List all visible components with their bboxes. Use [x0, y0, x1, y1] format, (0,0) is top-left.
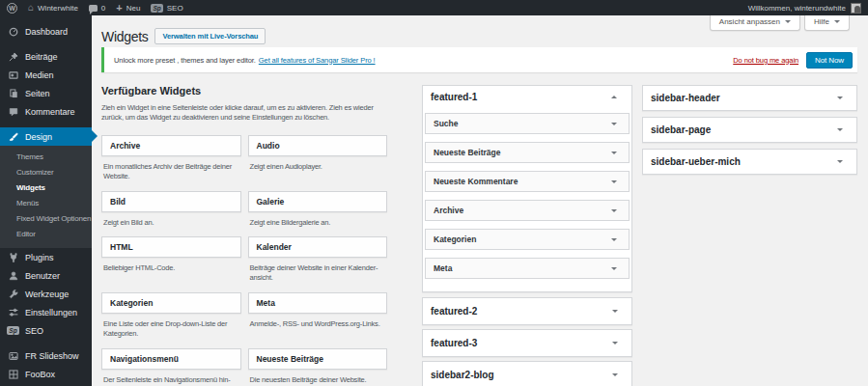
sliders-icon [8, 307, 18, 317]
sidebar-panel-sidebar-page[interactable]: sidebar-page [642, 117, 857, 143]
widget-card-navigationsmenu: Navigationsmenü Der Seitenleiste ein Nav… [101, 348, 241, 386]
sidebar-item-posts[interactable]: Beiträge [0, 47, 92, 66]
sidebar-item-fr-slideshow[interactable]: FR Slideshow [0, 346, 92, 365]
pin-icon [8, 51, 18, 62]
sidebar-item-comments[interactable]: Kommentare [0, 102, 92, 121]
user-icon [8, 270, 18, 281]
submenu-item-menus[interactable]: Menüs [0, 196, 92, 211]
comment-icon [89, 5, 98, 12]
submenu-item-editor[interactable]: Editor [0, 227, 92, 242]
widget-archive[interactable]: Archive [425, 200, 630, 221]
notice-banner: Unlock more preset , themes and layer ed… [101, 47, 857, 72]
widget-card-archive: Archive Ein monatliches Archiv der Beitr… [101, 135, 241, 181]
sidebar-panel-sidebar2-blog[interactable]: sidebar2-blog [422, 361, 632, 386]
available-widgets-section: Verfügbare Widgets Zieh ein Widget in ei… [101, 85, 387, 386]
sidebar-item-settings[interactable]: Einstellungen [0, 303, 92, 321]
widget-card-kategorien: Kategorien Eine Liste oder eine Drop-dow… [101, 292, 241, 339]
submenu-item-widgets[interactable]: Widgets [0, 180, 92, 196]
comments-menu[interactable]: 0 [89, 4, 105, 13]
media-icon [8, 69, 18, 80]
help-tab[interactable]: Hilfe [804, 15, 850, 31]
sangar-slider-icon: Sp [8, 325, 18, 336]
chevron-down-icon[interactable] [837, 96, 843, 102]
sidebar-item-users[interactable]: Benutzer [0, 266, 92, 285]
submenu-item-themes[interactable]: Themes [0, 150, 92, 165]
widget-card-bild: Bild Zeigt ein Bild an. [101, 191, 241, 228]
sangar-slider-icon: Sp [151, 4, 162, 13]
sangar-pro-link[interactable]: Get all features of Sangar Slider Pro ! [259, 56, 376, 65]
home-icon: ⌂ [28, 3, 34, 13]
sidebar-panel-featured-2[interactable]: featured-2 [422, 297, 632, 325]
sidebar-column-1: featured-1 Suche Neueste Beiträge Neuest… [422, 85, 632, 386]
chevron-down-icon[interactable] [612, 342, 618, 347]
grid-icon [8, 369, 18, 379]
chevron-up-icon[interactable] [611, 93, 617, 98]
plus-icon: + [116, 3, 122, 13]
sidebar-item-seo[interactable]: Sp SEO [0, 321, 92, 340]
site-name-menu[interactable]: ⌂Winterwhite [28, 3, 78, 13]
chevron-down-icon[interactable] [611, 267, 617, 273]
chevron-down-icon[interactable] [611, 180, 617, 186]
admin-menu: Dashboard Beiträge Medien Seiten Komment… [0, 15, 92, 386]
available-widgets-intro: Zieh ein Widget in eine Seitenleiste ode… [101, 103, 391, 123]
sidebar-item-pages[interactable]: Seiten [0, 84, 92, 102]
widget-card-meta: Meta Anmelde-, RSS- und WordPress.org-Li… [248, 292, 388, 339]
wordpress-logo-icon[interactable]: W [7, 3, 17, 14]
notice-text: Unlock more preset , themes and layer ed… [114, 56, 256, 65]
chevron-down-icon [785, 20, 791, 26]
appearance-submenu: Themes Customizer Widgets Menüs Fixed Wi… [0, 146, 92, 248]
chevron-down-icon[interactable] [611, 238, 617, 244]
widget-card-galerie: Galerie Zeigt eine Bildergalerie an. [248, 191, 388, 228]
seo-toolbar-menu[interactable]: SpSEO [151, 4, 182, 13]
chevron-down-icon[interactable] [837, 160, 843, 166]
wrench-icon [8, 289, 18, 299]
screen-options-tab[interactable]: Ansicht anpassen [710, 15, 800, 31]
main-content: Ansicht anpassen Hilfe Widgets Verwalten… [92, 15, 868, 386]
welcome-user-menu[interactable]: Willkommen, winterundwhite [748, 4, 846, 13]
widget-card-audio: Audio Zeigt einen Audioplayer. [248, 135, 388, 181]
dashboard-icon [8, 26, 18, 37]
slideshow-icon [8, 350, 18, 361]
chevron-down-icon[interactable] [611, 209, 617, 215]
page-title: Widgets [101, 29, 148, 44]
dismiss-link[interactable]: Do not bug me again [733, 56, 798, 65]
plugin-icon [8, 252, 18, 262]
sidebar-item-foobox[interactable]: FooBox [0, 365, 92, 383]
admin-bar: W ⌂Winterwhite 0 +Neu SpSEO Willkommen, … [0, 0, 868, 15]
sidebar-panel-sidebar-ueber-mich[interactable]: sidebar-ueber-mich [642, 149, 857, 175]
widget-neueste-beitraege[interactable]: Neueste Beiträge [425, 142, 630, 163]
widget-card-kalender: Kalender Beiträge deiner Website in eine… [248, 236, 388, 283]
chevron-down-icon[interactable] [611, 152, 617, 157]
sidebar-item-plugins[interactable]: Plugins [0, 248, 92, 266]
new-content-menu[interactable]: +Neu [116, 3, 140, 13]
submenu-item-customizer[interactable]: Customizer [0, 165, 92, 180]
widget-card-html: HTML Beliebiger HTML-Code. [101, 236, 241, 283]
chevron-down-icon[interactable] [612, 310, 618, 316]
not-now-button[interactable]: Not Now [806, 52, 853, 69]
sidebar-item-media[interactable]: Medien [0, 66, 92, 84]
widget-suche[interactable]: Suche [425, 113, 630, 134]
widget-card-neueste-beitraege: Neueste Beiträge Die neuesten Beiträge d… [248, 348, 388, 386]
chevron-down-icon [834, 20, 840, 26]
sidebar-panel-sidebar-header[interactable]: sidebar-header [642, 85, 857, 111]
sidebar-item-dashboard[interactable]: Dashboard [0, 22, 92, 41]
available-widgets-heading: Verfügbare Widgets [101, 85, 387, 96]
widget-kategorien[interactable]: Kategorien [425, 229, 630, 250]
widget-neueste-kommentare[interactable]: Neueste Kommentare [425, 171, 630, 192]
chevron-down-icon[interactable] [612, 373, 618, 379]
chevron-down-icon[interactable] [611, 123, 617, 128]
sidebar-panel-featured-3[interactable]: featured-3 [422, 329, 632, 357]
manage-live-preview-button[interactable]: Verwalten mit Live-Vorschau [154, 28, 266, 44]
submenu-item-fixed-widget-options[interactable]: Fixed Widget Optionen [0, 211, 92, 227]
comments-icon [8, 106, 18, 117]
pages-icon [8, 88, 18, 98]
chevron-down-icon[interactable] [837, 128, 843, 134]
widget-meta[interactable]: Meta [425, 258, 630, 279]
brush-icon [8, 131, 18, 142]
sidebar-item-appearance[interactable]: Design [0, 127, 92, 146]
sidebar-column-2: sidebar-header sidebar-page sidebar-uebe… [642, 85, 857, 180]
user-avatar[interactable] [851, 3, 861, 14]
sidebar-panel-featured-1: featured-1 Suche Neueste Beiträge Neuest… [422, 85, 632, 292]
sidebar-item-tools[interactable]: Werkzeuge [0, 285, 92, 303]
